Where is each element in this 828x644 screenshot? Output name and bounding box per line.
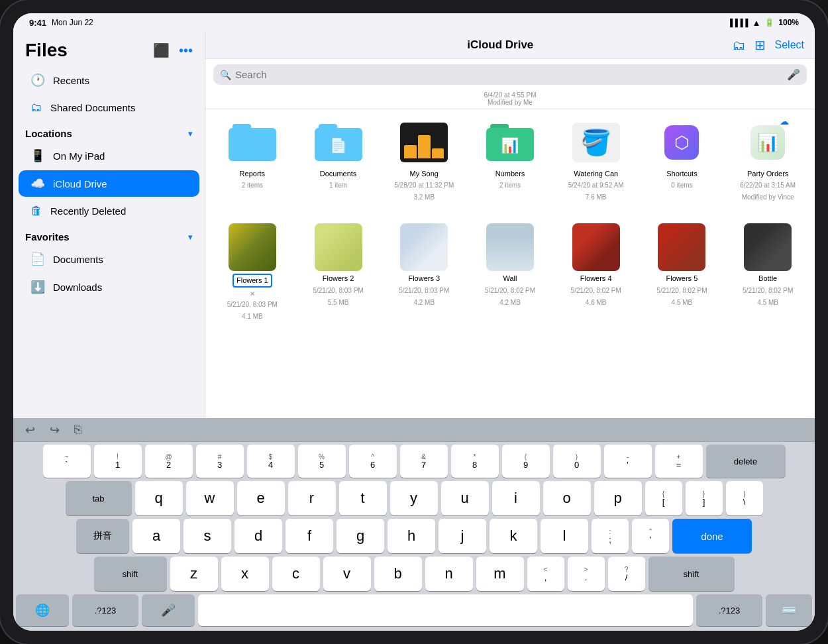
key-i[interactable]: i: [492, 481, 540, 515]
key-gt-period[interactable]: >.: [568, 557, 605, 591]
file-item-mysong[interactable]: My Song 5/28/20 at 11:32 PM 3.2 MB: [385, 115, 463, 206]
key-j[interactable]: j: [439, 519, 486, 553]
space-key[interactable]: [198, 594, 693, 626]
key-w[interactable]: w: [186, 481, 234, 515]
sidebar-item-recents[interactable]: 🕐 Recents: [19, 67, 199, 93]
key-g[interactable]: g: [336, 519, 384, 553]
key-f[interactable]: f: [285, 519, 333, 553]
key-amp-7[interactable]: &7: [400, 445, 448, 478]
key-excl-1[interactable]: !1: [94, 445, 142, 478]
browse-button[interactable]: 🗂: [732, 38, 745, 53]
key-l[interactable]: l: [541, 519, 588, 553]
key-v[interactable]: v: [323, 557, 371, 591]
key-a[interactable]: a: [132, 519, 180, 553]
numbers-app-icon: 📊: [486, 119, 534, 166]
key-pct-5[interactable]: %5: [298, 445, 346, 478]
mic-keyboard-key[interactable]: 🎤: [142, 594, 195, 626]
key-d[interactable]: d: [234, 519, 282, 553]
key-lbrace[interactable]: {[: [645, 481, 682, 515]
key-star-8[interactable]: *8: [451, 445, 499, 478]
pinyin-key[interactable]: 拼音: [76, 519, 129, 553]
key-q[interactable]: q: [135, 481, 183, 515]
key-b[interactable]: b: [374, 557, 422, 591]
shift-left-key[interactable]: shift: [94, 557, 167, 591]
file-item-numbers[interactable]: 📊 Numbers 2 items: [471, 115, 549, 206]
file-item-flowers5[interactable]: Flowers 5 5/21/20, 8:02 PM 4.5 MB: [643, 219, 721, 325]
file-item-flowers3[interactable]: Flowers 3 5/21/20, 8:03 PM 4.2 MB: [385, 219, 463, 325]
select-button[interactable]: Select: [775, 39, 804, 51]
paste-button[interactable]: ⎘: [70, 421, 85, 438]
key-minus[interactable]: -': [604, 445, 652, 478]
key-s[interactable]: s: [183, 519, 231, 553]
key-rbrace[interactable]: }]: [686, 481, 723, 515]
key-k[interactable]: k: [490, 519, 537, 553]
grid-button[interactable]: ⊞: [754, 37, 766, 53]
files-scroll[interactable]: 6/4/20 at 4:55 PM Modified by Me: [205, 90, 815, 418]
key-quote[interactable]: "': [632, 519, 669, 553]
file-item-reports[interactable]: Reports 2 items: [213, 115, 291, 206]
flowers1-x-btn[interactable]: ✕: [250, 290, 255, 297]
sidebar-more-button[interactable]: •••: [179, 42, 193, 58]
key-x[interactable]: x: [221, 557, 269, 591]
sidebar-collapse-button[interactable]: ⬛: [153, 42, 170, 58]
done-key[interactable]: done: [672, 519, 752, 553]
sidebar: Files ⬛ ••• 🕐 Recents 🗂 Shared Documents: [13, 32, 205, 418]
file-item-flowers4[interactable]: Flowers 4 5/21/20, 8:02 PM 4.6 MB: [557, 219, 635, 325]
key-p[interactable]: p: [594, 481, 642, 515]
key-e[interactable]: e: [237, 481, 285, 515]
file-item-flowers2[interactable]: Flowers 2 5/21/20, 8:03 PM 5.5 MB: [299, 219, 378, 325]
file-item-bottle[interactable]: Bottle 5/21/20, 8:02 PM 4.5 MB: [729, 219, 807, 325]
key-t[interactable]: t: [339, 481, 387, 515]
key-plus-eq[interactable]: +=: [655, 445, 703, 478]
wall-thumb: [486, 223, 534, 271]
file-item-flowers1[interactable]: Flowers 1 ✕ 5/21/20, 8:03 PM 4.1 MB: [213, 219, 291, 325]
key-dollar-4[interactable]: $4: [247, 445, 295, 478]
key-tilde-1[interactable]: ~`: [43, 445, 91, 478]
delete-key[interactable]: delete: [706, 445, 786, 478]
key-c[interactable]: c: [272, 557, 320, 591]
key-lt-comma[interactable]: <,: [527, 557, 564, 591]
key-o[interactable]: o: [543, 481, 591, 515]
undo-button[interactable]: ↩: [21, 421, 39, 439]
file-item-documents[interactable]: 📄 Documents 1 item: [299, 115, 378, 206]
key-r[interactable]: r: [288, 481, 336, 515]
file-item-shortcuts[interactable]: ⬡ Shortcuts 0 items: [643, 115, 721, 206]
key-question-slash[interactable]: ?/: [608, 557, 645, 591]
punct-left-key[interactable]: .?123: [72, 594, 138, 626]
sidebar-item-deleted[interactable]: 🗑 Recently Deleted: [19, 198, 199, 224]
key-hash-3[interactable]: #3: [196, 445, 244, 478]
key-caret-6[interactable]: ^6: [349, 445, 397, 478]
file-item-partyorders[interactable]: ☁ 📊 Party Orders 6/22/20 at 3:15 AM Modi…: [729, 115, 807, 206]
search-input[interactable]: [235, 69, 783, 80]
sidebar-item-shared[interactable]: 🗂 Shared Documents: [19, 95, 199, 121]
file-item-wall[interactable]: Wall 5/21/20, 8:02 PM 4.2 MB: [471, 219, 549, 325]
tab-key[interactable]: tab: [66, 481, 132, 515]
key-y[interactable]: y: [390, 481, 438, 515]
keyboard-icon-key[interactable]: ⌨️: [766, 594, 812, 626]
sidebar-item-ipad[interactable]: 📱 On My iPad: [19, 142, 199, 169]
key-m[interactable]: m: [476, 557, 524, 591]
key-n[interactable]: n: [425, 557, 473, 591]
key-z[interactable]: z: [170, 557, 218, 591]
key-rparen-0[interactable]: )0: [553, 445, 601, 478]
flowers1-name[interactable]: Flowers 1: [233, 274, 272, 287]
documents-icon: 📄: [30, 252, 45, 266]
shift-right-key[interactable]: shift: [648, 557, 735, 591]
globe-key[interactable]: 🌐: [16, 594, 69, 626]
punct-right-key[interactable]: .?123: [696, 594, 762, 626]
key-u[interactable]: u: [441, 481, 489, 515]
sidebar-item-documents[interactable]: 📄 Documents: [19, 246, 199, 272]
key-h[interactable]: h: [388, 519, 435, 553]
key-pipe[interactable]: |\: [726, 481, 763, 515]
sidebar-item-icloud[interactable]: ☁️ iCloud Drive: [19, 170, 199, 197]
locations-section-header[interactable]: Locations ▾: [13, 121, 205, 142]
ipad-label: On My iPad: [53, 150, 105, 162]
key-colon[interactable]: :;: [592, 519, 629, 553]
key-lparen-9[interactable]: (9: [502, 445, 550, 478]
file-item-wateringcan[interactable]: 🪣 Watering Can 5/24/20 at 9:52 AM 7.6 MB: [557, 115, 635, 206]
redo-button[interactable]: ↪: [46, 421, 64, 439]
key-at-2[interactable]: @2: [145, 445, 193, 478]
favorites-section-header[interactable]: Favorites ▾: [13, 225, 205, 245]
sidebar-item-downloads[interactable]: ⬇️ Downloads: [19, 274, 199, 300]
mic-search-icon[interactable]: 🎤: [787, 68, 800, 81]
